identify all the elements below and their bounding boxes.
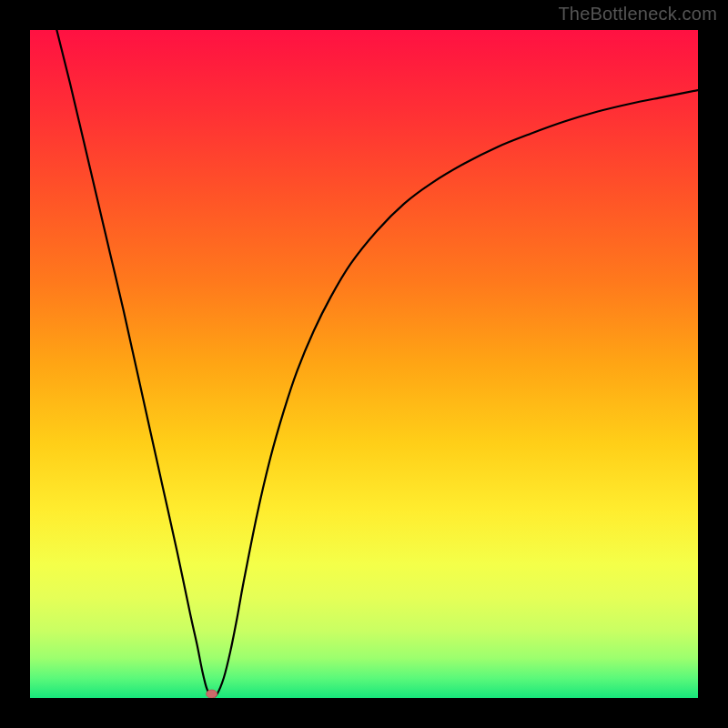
chart-svg bbox=[30, 30, 698, 698]
gradient-background bbox=[30, 30, 698, 698]
plot-area bbox=[30, 30, 698, 698]
chart-frame: TheBottleneck.com bbox=[0, 0, 728, 728]
minimum-marker bbox=[207, 690, 217, 698]
watermark-text: TheBottleneck.com bbox=[558, 4, 717, 25]
